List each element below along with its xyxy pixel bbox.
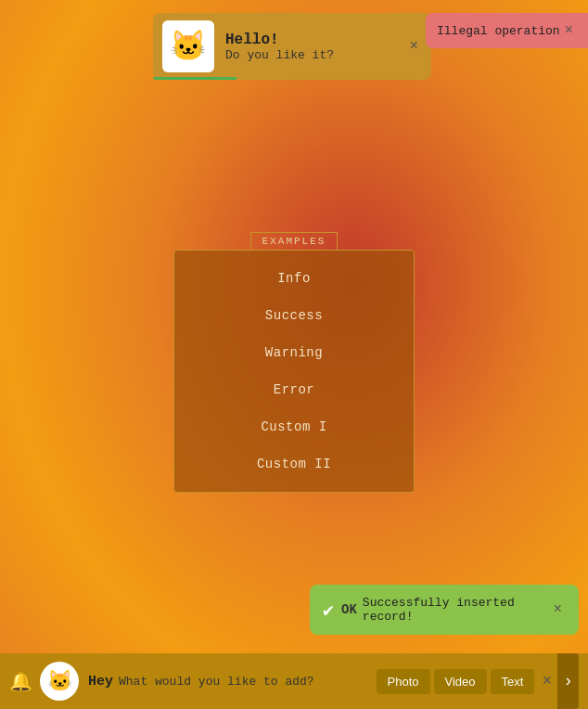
bottom-bar: 🔔 🐱 Hey What would you like to add? Phot… — [0, 653, 588, 709]
success-text: Successfully inserted record! — [363, 596, 550, 624]
video-button[interactable]: Video — [434, 669, 487, 694]
progress-bar — [153, 77, 236, 80]
notification-error: Illegal operation × — [426, 13, 588, 48]
example-custom-ii[interactable]: Custom II — [174, 445, 414, 483]
ok-label: OK — [341, 602, 357, 617]
example-success[interactable]: Success — [174, 297, 414, 334]
examples-box: Info Success Warning Error Custom I Cust… — [173, 250, 415, 493]
text-button[interactable]: Text — [491, 669, 535, 694]
notification-hello-close[interactable]: × — [405, 38, 422, 55]
notification-error-close[interactable]: × — [560, 22, 577, 39]
notification-hello: 🐱 Hello! Do you like it? × — [153, 13, 431, 80]
example-custom-i[interactable]: Custom I — [174, 408, 414, 445]
prompt-text: What would you like to add? — [119, 675, 364, 689]
examples-label: EXAMPLES — [250, 232, 339, 251]
notification-success-close[interactable]: × — [549, 601, 566, 618]
notification-hello-title: Hello! — [225, 32, 405, 48]
bell-icon: 🔔 — [9, 670, 32, 693]
bottom-bar-close[interactable]: × — [536, 672, 557, 690]
photo-button[interactable]: Photo — [377, 669, 430, 694]
example-error[interactable]: Error — [174, 371, 414, 408]
notification-success: ✔ OK Successfully inserted record! × — [310, 585, 579, 635]
example-warning[interactable]: Warning — [174, 334, 414, 371]
avatar: 🐱 — [162, 20, 214, 72]
avatar-small: 🐱 — [40, 662, 79, 701]
examples-panel: EXAMPLES Info Success Warning Error Cust… — [173, 232, 415, 493]
notification-error-text: Illegal operation — [437, 24, 560, 38]
notification-hello-text: Hello! Do you like it? — [214, 32, 405, 62]
notification-hello-subtitle: Do you like it? — [225, 48, 405, 62]
check-icon: ✔ — [323, 599, 334, 622]
hey-label: Hey — [88, 674, 113, 690]
example-info[interactable]: Info — [174, 260, 414, 297]
expand-icon[interactable]: › — [557, 653, 579, 709]
